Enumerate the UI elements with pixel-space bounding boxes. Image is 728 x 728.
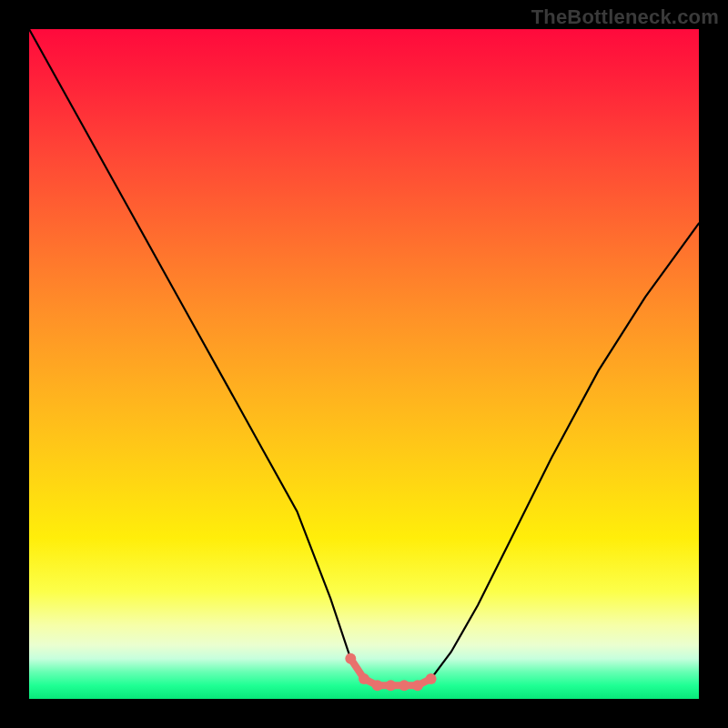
highlight-point bbox=[385, 680, 396, 691]
highlight-point bbox=[372, 680, 383, 691]
highlight-point bbox=[399, 680, 410, 691]
watermark-text: TheBottleneck.com bbox=[531, 5, 719, 29]
highlight-point bbox=[412, 680, 423, 691]
highlight-point bbox=[359, 673, 369, 684]
chart-svg bbox=[29, 29, 699, 699]
plot-area bbox=[29, 29, 699, 699]
chart-frame: TheBottleneck.com bbox=[0, 0, 728, 728]
highlight-point bbox=[426, 673, 437, 684]
bottleneck-curve bbox=[29, 29, 699, 685]
highlight-point bbox=[345, 653, 356, 664]
